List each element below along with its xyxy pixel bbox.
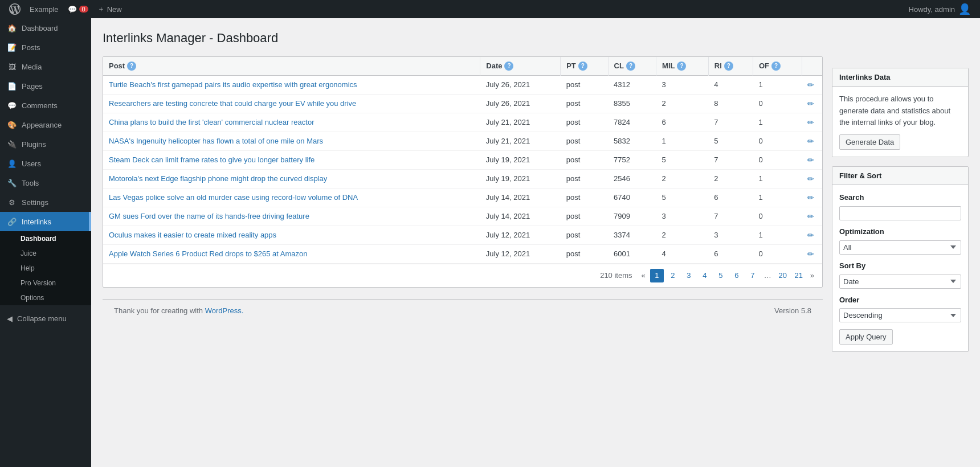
post-link[interactable]: China plans to build the first 'clean' c… [109,118,314,126]
interlinks-icon: 🔗 [7,216,17,227]
generate-data-button[interactable]: Generate Data [839,134,900,150]
items-count: 210 items [600,271,632,280]
table-row: Turtle Beach's first gamepad pairs its a… [103,75,822,94]
comments-icon: 💬 [7,100,17,110]
post-link[interactable]: NASA's Ingenuity helicopter has flown a … [109,137,323,145]
posts-table: Post ? Date ? [103,57,822,264]
col-mil: MIL ? [656,57,709,76]
table-row: Researchers are testing concrete that co… [103,94,822,113]
user-avatar-icon: 👤 [958,3,971,15]
col-ri: RI ? [708,57,753,76]
optimization-select[interactable]: All Good Bad [839,240,961,255]
sort-by-select[interactable]: Date Title CL RI OF [839,275,961,289]
table-row: Oculus makes it easier to create mixed r… [103,226,822,244]
edit-icon[interactable]: ✏ [807,231,814,240]
search-label: Search [839,192,961,204]
edit-icon[interactable]: ✏ [807,80,814,89]
edit-icon[interactable]: ✏ [807,193,814,202]
tools-icon: 🔧 [7,178,17,188]
col-date: Date ? [480,57,561,76]
plus-icon: ＋ [97,4,105,14]
sidebar-item-tools[interactable]: 🔧 Tools [0,173,91,192]
edit-icon[interactable]: ✏ [807,174,814,183]
cl-help-icon[interactable]: ? [626,62,635,71]
order-select[interactable]: Descending Ascending [839,308,961,322]
post-link[interactable]: GM sues Ford over the name of its hands-… [109,212,309,220]
page-ellipsis: … [762,271,774,280]
sidebar-item-settings[interactable]: ⚙ Settings [0,192,91,212]
sidebar-item-media[interactable]: 🖼 Media [0,57,91,76]
page-6[interactable]: 6 [730,269,744,282]
sidebar-item-pages[interactable]: 📄 Pages [0,76,91,96]
sort-by-label: Sort By [839,260,961,272]
page-5[interactable]: 5 [714,269,728,282]
table-row: Apple Watch Series 6 Product Red drops t… [103,244,822,263]
sidebar-item-dashboard[interactable]: 🏠 Dashboard [0,18,91,38]
post-link[interactable]: Oculus makes it easier to create mixed r… [109,231,276,239]
submenu-item-proversion[interactable]: Pro Version [0,276,91,290]
ri-help-icon[interactable]: ? [724,62,733,71]
sidebar-item-interlinks[interactable]: 🔗 Interlinks [0,212,91,231]
comment-icon: 💬 [68,5,77,14]
post-link[interactable]: Turtle Beach's first gamepad pairs its a… [109,80,357,89]
page-first-icon[interactable]: « [639,271,648,280]
sidebar-item-plugins[interactable]: 🔌 Plugins [0,134,91,154]
table-row: GM sues Ford over the name of its hands-… [103,207,822,226]
plugins-icon: 🔌 [7,139,17,149]
wp-logo[interactable] [5,0,25,18]
submenu-item-dashboard[interactable]: Dashboard [0,231,91,246]
post-link[interactable]: Las Vegas police solve an old murder cas… [109,193,358,202]
sidebar-item-users[interactable]: 👤 Users [0,154,91,173]
sidebar-item-appearance[interactable]: 🎨 Appearance [0,115,91,134]
submenu-item-options[interactable]: Options [0,290,91,305]
site-name[interactable]: Example [25,0,63,18]
page-last-icon[interactable]: » [808,271,816,280]
page-2[interactable]: 2 [666,269,680,282]
new-content-button[interactable]: ＋ New [93,0,126,18]
mil-help-icon[interactable]: ? [677,62,686,71]
pagination: 210 items « 1 2 3 4 5 6 7 … 20 21 » [103,264,822,287]
edit-icon[interactable]: ✏ [807,99,814,108]
edit-icon[interactable]: ✏ [807,118,814,127]
page-3[interactable]: 3 [682,269,696,282]
edit-icon[interactable]: ✏ [807,212,814,221]
admin-sidebar: 🏠 Dashboard 📝 Posts 🖼 Media 📄 Pages 💬 Co… [0,18,91,467]
media-icon: 🖼 [7,62,17,72]
search-input[interactable] [839,206,961,220]
pages-icon: 📄 [7,81,17,91]
edit-icon[interactable]: ✏ [807,155,814,165]
page-1[interactable]: 1 [650,269,664,282]
sidebar-item-comments[interactable]: 💬 Comments [0,96,91,115]
page-21[interactable]: 21 [792,269,806,282]
pt-help-icon[interactable]: ? [578,62,587,71]
edit-icon[interactable]: ✏ [807,249,814,259]
post-link[interactable]: Steam Deck can limit frame rates to give… [109,155,315,164]
wordpress-link[interactable]: WordPress. [205,306,244,315]
filter-sort-title: Filter & Sort [832,167,968,185]
table-row: Steam Deck can limit frame rates to give… [103,150,822,169]
post-link[interactable]: Researchers are testing concrete that co… [109,99,356,108]
edit-icon[interactable]: ✏ [807,137,814,146]
howdy-user[interactable]: Howdy, admin 👤 [904,0,975,18]
submenu-item-help[interactable]: Help [0,261,91,276]
comments-link[interactable]: 💬 0 [63,0,93,18]
admin-bar: Example 💬 0 ＋ New Howdy, admin 👤 [0,0,980,18]
interlinks-data-box: Interlinks Data This procedure allows yo… [832,68,969,157]
apply-query-button[interactable]: Apply Query [839,329,893,345]
sidebar-item-posts[interactable]: 📝 Posts [0,38,91,57]
post-help-icon[interactable]: ? [127,62,136,71]
date-help-icon[interactable]: ? [504,62,513,71]
posts-table-container: Post ? Date ? [103,56,823,288]
col-cl: CL ? [608,57,656,76]
page-4[interactable]: 4 [698,269,712,282]
page-20[interactable]: 20 [776,269,790,282]
page-7[interactable]: 7 [746,269,760,282]
of-help-icon[interactable]: ? [771,62,781,71]
submenu-item-juice[interactable]: Juice [0,246,91,261]
collapse-menu-button[interactable]: ◀ Collapse menu [0,310,91,327]
collapse-icon: ◀ [7,314,13,323]
post-link[interactable]: Apple Watch Series 6 Product Red drops t… [109,249,308,258]
users-icon: 👤 [7,158,17,169]
post-link[interactable]: Motorola's next Edge flagship phone migh… [109,174,327,183]
table-row: Las Vegas police solve an old murder cas… [103,188,822,207]
